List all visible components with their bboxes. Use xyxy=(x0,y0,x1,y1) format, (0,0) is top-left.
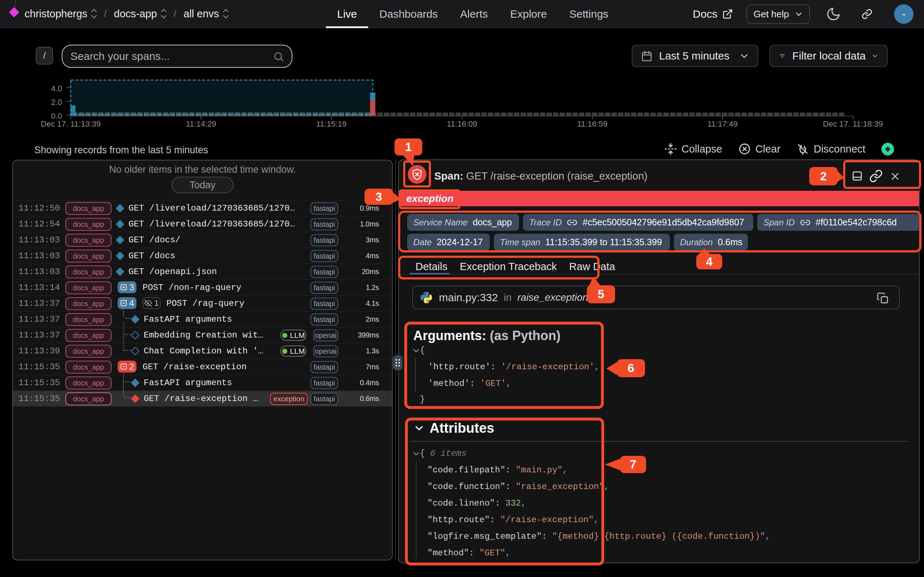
svg-text:11:16:09: 11:16:09 xyxy=(447,119,477,128)
svg-text:11:14:29: 11:14:29 xyxy=(186,119,216,128)
svg-text:4.0: 4.0 xyxy=(51,84,62,93)
svg-text:2.0: 2.0 xyxy=(51,98,62,107)
svg-text:11:15:19: 11:15:19 xyxy=(316,119,347,128)
svg-text:Dec 17. 11:13:39: Dec 17. 11:13:39 xyxy=(41,119,101,128)
svg-text:11:17:49: 11:17:49 xyxy=(708,119,738,128)
svg-text:Dec 17. 11:18:39: Dec 17. 11:18:39 xyxy=(823,119,883,128)
svg-text:11:16:59: 11:16:59 xyxy=(577,119,607,128)
